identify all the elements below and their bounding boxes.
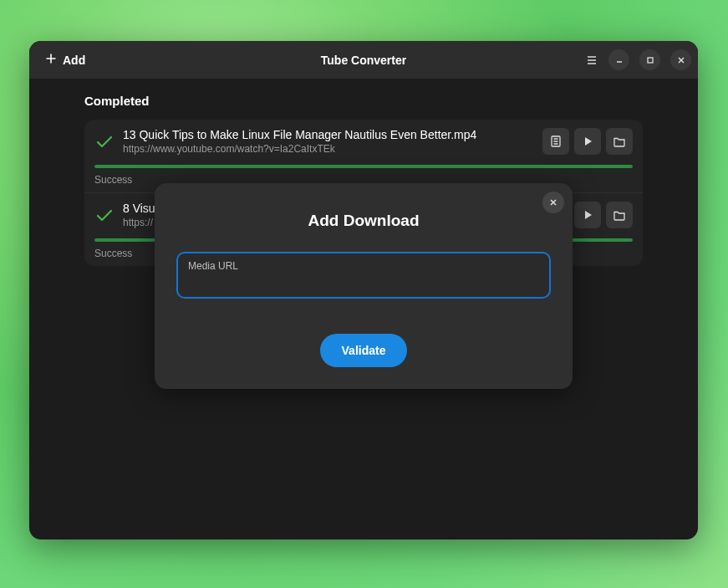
validate-button[interactable]: Validate	[320, 334, 408, 367]
progress-bar	[94, 165, 633, 168]
add-button[interactable]: Add	[36, 48, 94, 73]
download-meta: 13 Quick Tips to Make Linux File Manager…	[123, 128, 534, 155]
close-button[interactable]	[670, 49, 691, 70]
maximize-button[interactable]	[639, 49, 660, 70]
app-window: Add Tube Converter Completed	[29, 41, 698, 539]
download-actions	[574, 202, 633, 228]
minimize-button[interactable]	[608, 49, 629, 70]
download-title: 13 Quick Tips to Make Linux File Manager…	[123, 128, 534, 141]
window-title: Tube Converter	[321, 54, 406, 67]
play-button[interactable]	[574, 202, 601, 228]
svg-marker-13	[585, 137, 592, 146]
play-button[interactable]	[574, 128, 601, 155]
dialog-title: Add Download	[176, 212, 551, 230]
check-icon	[94, 205, 115, 225]
log-button[interactable]	[542, 128, 569, 155]
media-url-field[interactable]: Media URL	[176, 252, 551, 299]
section-completed-header: Completed	[84, 94, 643, 108]
download-actions	[542, 128, 633, 155]
download-url: https://www.youtube.com/watch?v=Ia2CaItx…	[123, 143, 534, 155]
check-icon	[94, 131, 115, 151]
svg-marker-14	[585, 211, 592, 219]
titlebar: Add Tube Converter	[29, 41, 698, 79]
media-url-label: Media URL	[188, 260, 539, 272]
plus-icon	[44, 52, 58, 69]
window-controls	[585, 49, 691, 70]
media-url-input[interactable]	[188, 274, 539, 288]
dialog-close-button[interactable]	[542, 192, 564, 213]
open-folder-button[interactable]	[606, 128, 633, 155]
download-item-row: 13 Quick Tips to Make Linux File Manager…	[94, 128, 633, 155]
svg-rect-6	[648, 58, 653, 63]
hamburger-menu-button[interactable]	[585, 54, 598, 67]
add-label: Add	[63, 54, 85, 67]
download-item: 13 Quick Tips to Make Linux File Manager…	[84, 120, 643, 192]
add-download-dialog: Add Download Media URL Validate	[155, 183, 573, 389]
open-folder-button[interactable]	[606, 202, 633, 228]
